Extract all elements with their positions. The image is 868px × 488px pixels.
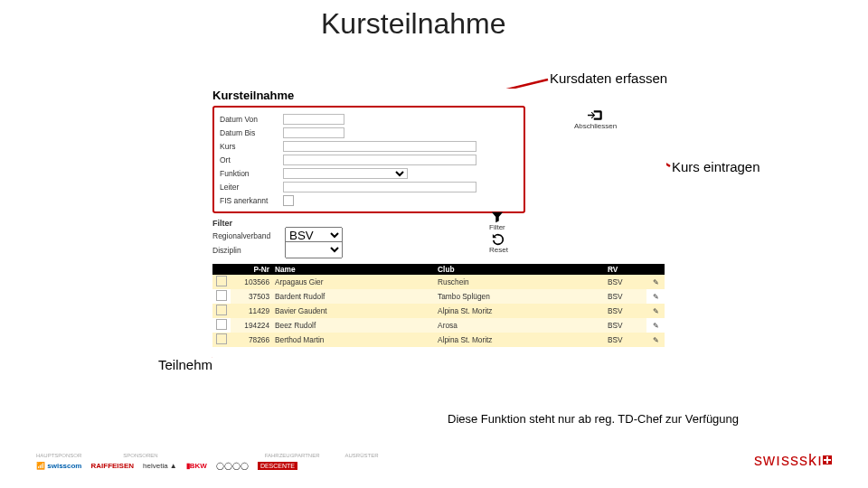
th-pnr: P-Nr	[231, 264, 272, 275]
checkbox-fis[interactable]	[283, 195, 294, 206]
row-checkbox[interactable]	[216, 333, 227, 344]
row-checkbox[interactable]	[216, 305, 227, 315]
logo-swisscom: 📶 swisscom	[36, 462, 81, 470]
footer: HAUPTSPONSOR SPONSOREN FAHRZEUGPARTNER A…	[36, 451, 832, 470]
slide-title: Kursteilnahme	[321, 7, 506, 41]
kurs-form: Datum Von Datum Bis Kurs Ort Funktion Le…	[212, 106, 525, 213]
input-datum-von[interactable]	[283, 114, 344, 125]
permission-note: Diese Funktion steht nur ab reg. TD-Chef…	[448, 412, 739, 426]
undo-icon	[492, 233, 505, 246]
input-ort[interactable]	[283, 155, 476, 165]
lbl-disziplin: Disziplin	[212, 246, 285, 255]
lbl-ausruester: AUSRÜSTER	[344, 453, 378, 458]
logo-audi: ◯◯◯◯	[216, 462, 249, 470]
row-checkbox[interactable]	[216, 319, 227, 330]
select-funktion[interactable]	[283, 168, 408, 179]
edit-icon[interactable]: ✎	[653, 306, 659, 315]
lbl-funktion: Funktion	[220, 169, 283, 178]
row-checkbox[interactable]	[216, 276, 227, 286]
input-kurs[interactable]	[283, 141, 476, 152]
row-checkbox[interactable]	[216, 290, 227, 301]
lbl-regionalverband: Regionalverband	[212, 231, 285, 240]
lbl-datum-von: Datum Von	[220, 115, 283, 124]
reset-label: Reset	[489, 246, 508, 254]
filter-button[interactable]: Filter	[489, 211, 505, 231]
select-disziplin[interactable]	[285, 241, 343, 258]
lbl-ort: Ort	[220, 155, 283, 164]
table-row: 78266 Berthod Martin Alpina St. Moritz B…	[212, 333, 665, 347]
edit-icon[interactable]: ✎	[653, 335, 659, 344]
swiss-flag-icon	[823, 455, 832, 465]
edit-icon[interactable]: ✎	[653, 321, 659, 330]
app-heading: Kursteilnahme	[212, 89, 666, 102]
edit-icon[interactable]: ✎	[653, 292, 659, 301]
table-row: 194224 Beez Rudolf Arosa BSV ✎	[212, 318, 665, 333]
th-club: Club	[435, 264, 605, 275]
participants-table: P-Nr Name Club RV 103566 Arpagaus Gier R…	[212, 264, 665, 347]
edit-icon[interactable]: ✎	[653, 277, 659, 286]
lbl-leiter: Leiter	[220, 183, 283, 192]
abschliessen-label: Abschliessen	[574, 122, 617, 130]
logo-helvetia: helvetia ▲	[143, 462, 177, 470]
funnel-icon	[491, 211, 504, 223]
lbl-datum-bis: Datum Bis	[220, 128, 283, 137]
table-row: 11429 Bavier Gaudent Alpina St. Moritz B…	[212, 304, 665, 318]
login-icon	[588, 108, 604, 122]
app-panel: Kursteilnahme Datum Von Datum Bis Kurs O…	[212, 89, 666, 387]
lbl-fahrzeug: FAHRZEUGPARTNER	[265, 453, 320, 458]
callout-kursdaten: Kursdaten erfassen	[550, 70, 667, 86]
lbl-hauptsponsor: HAUPTSPONSOR	[36, 453, 81, 458]
reset-button[interactable]: Reset	[489, 233, 508, 254]
lbl-sponsoren: SPONSOREN	[123, 453, 157, 458]
filter-heading: Filter	[212, 219, 666, 228]
table-row: 37503 Bardent Rudolf Tambo Splügen BSV ✎	[212, 289, 665, 304]
callout-eintragen: Kurs eintragen	[672, 159, 760, 174]
input-leiter[interactable]	[283, 182, 476, 192]
logo-swissski: swıssskı	[754, 451, 832, 470]
th-name: Name	[272, 264, 435, 275]
th-rv: RV	[605, 264, 646, 275]
logo-raiffeisen: RAIFFEISEN	[90, 462, 134, 470]
lbl-kurs: Kurs	[220, 142, 283, 151]
lbl-fis: FIS anerkannt	[220, 196, 283, 205]
abschliessen-button[interactable]: Abschliessen	[574, 108, 617, 130]
logo-bkw: ▮BKW	[186, 462, 207, 470]
table-row: 103566 Arpagaus Gier Ruschein BSV ✎	[212, 275, 665, 289]
input-datum-bis[interactable]	[283, 127, 344, 138]
logo-descente: DESCENTE	[258, 462, 297, 470]
filter-label: Filter	[489, 223, 505, 231]
